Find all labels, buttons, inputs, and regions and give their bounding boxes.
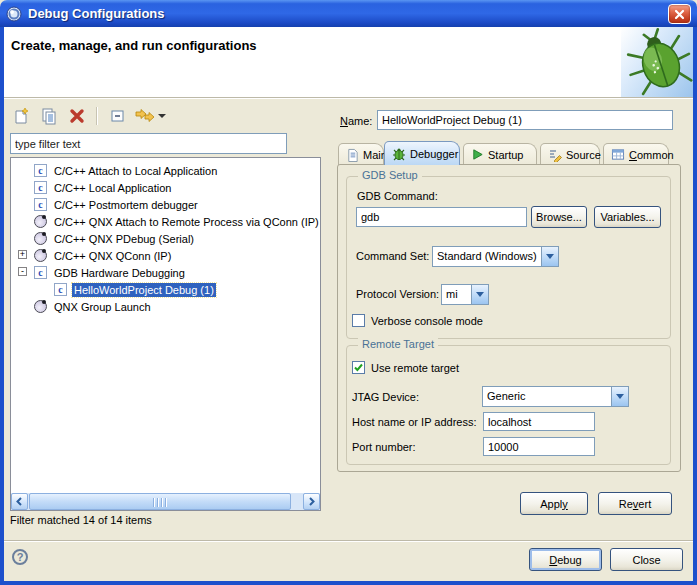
tree-horizontal-scrollbar[interactable] xyxy=(11,493,320,510)
new-config-icon[interactable] xyxy=(10,105,32,127)
command-set-label: Command Set: xyxy=(356,250,429,262)
group-title: GDB Setup xyxy=(358,169,422,181)
header-separator xyxy=(4,97,693,99)
tree-item-label: QNX Group Launch xyxy=(52,300,153,314)
expand-plus-icon[interactable]: + xyxy=(18,250,27,259)
window-title: Debug Configurations xyxy=(28,6,165,21)
collapse-all-icon[interactable] xyxy=(106,105,128,127)
help-icon[interactable]: ? xyxy=(12,549,28,565)
scroll-left-icon[interactable] xyxy=(11,493,28,510)
protocol-version-value: mi xyxy=(442,285,471,304)
tab-label: Common xyxy=(629,149,674,161)
duplicate-config-icon[interactable] xyxy=(38,105,60,127)
scroll-right-icon[interactable] xyxy=(303,493,320,510)
tree-item-label: C/C++ QNX Attach to Remote Process via Q… xyxy=(52,215,321,229)
tree-item-qnx-qconn[interactable]: + C/C++ QNX QConn (IP) xyxy=(11,247,320,264)
c-project-icon: c xyxy=(34,164,47,177)
browse-button[interactable]: Browse... xyxy=(531,206,587,228)
tree-item-qnx-pdebug[interactable]: C/C++ QNX PDebug (Serial) xyxy=(11,230,320,247)
tree-item-label: C/C++ QNX PDebug (Serial) xyxy=(52,232,196,246)
chevron-down-icon[interactable] xyxy=(541,247,558,266)
host-label: Host name or IP address: xyxy=(352,416,477,428)
chevron-down-icon[interactable] xyxy=(611,387,628,406)
filter-configs-icon[interactable] xyxy=(134,105,166,127)
tab-main[interactable]: Main xyxy=(338,143,384,165)
play-icon xyxy=(471,148,484,161)
port-label: Port number: xyxy=(352,441,416,453)
protocol-version-select[interactable]: mi xyxy=(441,284,489,305)
table-icon xyxy=(611,148,625,161)
tree-item-gdb-hardware[interactable]: - c GDB Hardware Debugging xyxy=(11,264,320,281)
tree-item-label: C/C++ Attach to Local Application xyxy=(52,164,219,178)
tree-item-label-selected: HelloWorldProject Debug (1) xyxy=(72,283,216,297)
tree-item-label: GDB Hardware Debugging xyxy=(52,266,187,280)
tree-item-label: C/C++ Postmortem debugger xyxy=(52,198,200,212)
tab-source[interactable]: Source xyxy=(540,143,600,165)
host-input[interactable] xyxy=(483,412,595,431)
dialog-header-title: Create, manage, and run configurations xyxy=(11,38,257,53)
tab-label: Source xyxy=(566,149,601,161)
jtag-device-value: Generic xyxy=(483,387,611,406)
tree-item-qnx-attach-remote[interactable]: C/C++ QNX Attach to Remote Process via Q… xyxy=(11,213,320,230)
tree-item-postmortem[interactable]: c C/C++ Postmortem debugger xyxy=(11,196,320,213)
command-set-select[interactable]: Standard (Windows) xyxy=(432,246,559,267)
close-button[interactable]: Close xyxy=(610,548,683,571)
tree-item-label: C/C++ Local Application xyxy=(52,181,173,195)
port-input[interactable] xyxy=(483,437,595,456)
verbose-console-label: Verbose console mode xyxy=(371,315,483,327)
tree-item-local-application[interactable]: c C/C++ Local Application xyxy=(11,179,320,196)
footer-separator xyxy=(4,540,693,542)
beetle-icon xyxy=(621,27,693,97)
toolbar-separator xyxy=(96,107,98,125)
scrollbar-track[interactable] xyxy=(28,493,303,510)
filter-status: Filter matched 14 of 14 items xyxy=(10,514,152,526)
bug-icon xyxy=(392,147,406,161)
close-icon[interactable] xyxy=(668,4,691,24)
tab-common[interactable]: Common xyxy=(603,143,669,165)
c-project-icon: c xyxy=(34,181,47,194)
variables-button[interactable]: Variables... xyxy=(594,206,661,228)
debug-configurations-dialog: Debug Configurations Create, manage, and… xyxy=(0,0,697,585)
config-toolbar xyxy=(10,104,166,128)
scrollbar-thumb[interactable] xyxy=(29,493,291,510)
qnx-icon xyxy=(34,232,47,245)
command-set-value: Standard (Windows) xyxy=(433,247,541,266)
titlebar[interactable]: Debug Configurations xyxy=(0,0,697,27)
qnx-icon xyxy=(34,300,47,313)
window-border-left xyxy=(0,27,4,585)
delete-config-icon[interactable] xyxy=(66,105,88,127)
filter-menu-caret-icon[interactable] xyxy=(158,114,166,118)
tab-label: Startup xyxy=(488,149,523,161)
apply-button[interactable]: Apply xyxy=(520,492,588,515)
use-remote-target-label: Use remote target xyxy=(371,362,459,374)
window-border-bottom xyxy=(0,581,697,585)
tree-item-helloworld-debug[interactable]: c HelloWorldProject Debug (1) xyxy=(11,281,320,298)
filter-input[interactable] xyxy=(10,133,287,154)
group-title: Remote Target xyxy=(358,338,438,350)
tree-item-attach-local[interactable]: c C/C++ Attach to Local Application xyxy=(11,162,320,179)
tab-startup[interactable]: Startup xyxy=(463,143,537,165)
verbose-console-checkbox[interactable] xyxy=(352,314,365,327)
protocol-version-label: Protocol Version: xyxy=(356,288,439,300)
name-input[interactable] xyxy=(377,110,673,130)
use-remote-target-checkbox[interactable] xyxy=(352,361,365,374)
c-project-icon: c xyxy=(54,283,67,296)
config-tree[interactable]: c C/C++ Attach to Local Application c C/… xyxy=(10,157,321,511)
app-icon xyxy=(6,6,22,22)
collapse-minus-icon[interactable]: - xyxy=(18,267,27,276)
chevron-down-icon[interactable] xyxy=(471,285,488,304)
document-icon xyxy=(346,148,359,162)
name-label: Name: xyxy=(340,115,372,127)
gdb-command-input[interactable] xyxy=(356,207,527,227)
tree-item-label: C/C++ QNX QConn (IP) xyxy=(52,249,173,263)
tree-item-qnx-group-launch[interactable]: QNX Group Launch xyxy=(11,298,320,315)
c-project-icon: c xyxy=(34,266,47,279)
tab-label: Debugger xyxy=(410,148,458,160)
revert-button[interactable]: Revert xyxy=(598,492,672,515)
qnx-icon xyxy=(34,249,47,262)
gdb-command-label: GDB Command: xyxy=(357,190,438,202)
qnx-icon xyxy=(34,215,47,228)
debug-button[interactable]: Debug xyxy=(529,548,602,571)
jtag-device-select[interactable]: Generic xyxy=(482,386,629,407)
tab-debugger[interactable]: Debugger xyxy=(384,141,460,165)
